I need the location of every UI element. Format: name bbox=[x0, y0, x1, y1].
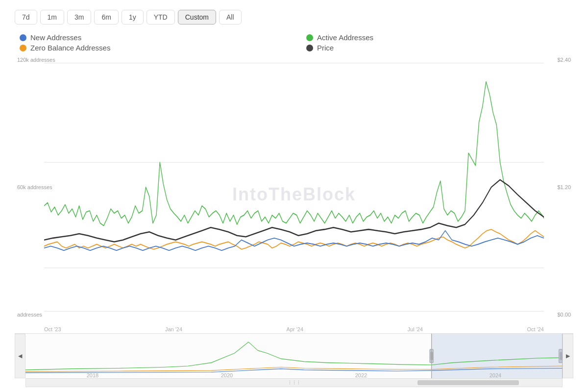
y-axis-right: $2.40$1.20$0.00 bbox=[555, 57, 573, 318]
legend-dot bbox=[20, 45, 26, 51]
time-btn-3m[interactable]: 3m bbox=[67, 10, 91, 24]
main-container: 7d1m3m6m1yYTDCustomAll New AddressesActi… bbox=[0, 0, 588, 392]
x-label: Jan '24 bbox=[165, 326, 182, 332]
mini-x-label: 2022 bbox=[355, 372, 367, 378]
legend-item-zero-balance-addresses: Zero Balance Addresses bbox=[20, 44, 287, 52]
x-label: Apr '24 bbox=[287, 326, 304, 332]
time-btn-ytd[interactable]: YTD bbox=[147, 10, 175, 24]
x-axis: Oct '23Jan '24Apr '24Jul '24Oct '24 bbox=[44, 326, 544, 332]
legend-label: Price bbox=[317, 44, 334, 52]
mini-x-label: 2024 bbox=[490, 372, 501, 378]
legend-item-price: Price bbox=[306, 44, 573, 52]
mini-x-label: 2018 bbox=[87, 372, 98, 378]
time-btn-6m[interactable]: 6m bbox=[94, 10, 118, 24]
main-chart: IntoTheBlock 120k addresses60k addresses… bbox=[15, 57, 573, 332]
legend-label: New Addresses bbox=[30, 33, 81, 42]
time-btn-7d[interactable]: 7d bbox=[15, 10, 37, 24]
legend-dot bbox=[20, 34, 26, 41]
legend-dot bbox=[306, 45, 313, 51]
chart-legend: New AddressesActive AddressesZero Balanc… bbox=[15, 33, 573, 52]
time-range-bar: 7d1m3m6m1yYTDCustomAll bbox=[15, 10, 573, 24]
legend-item-active-addresses: Active Addresses bbox=[306, 33, 573, 42]
time-btn-1m[interactable]: 1m bbox=[40, 10, 64, 24]
x-label: Jul '24 bbox=[408, 326, 423, 332]
mini-scrollbar[interactable]: ⋮⋮⋮ bbox=[25, 378, 563, 387]
legend-item-new-addresses: New Addresses bbox=[20, 33, 287, 42]
y-right-label: $2.40 bbox=[557, 57, 571, 63]
scroll-thumb bbox=[417, 380, 519, 385]
mini-scroll-left[interactable]: ◀ bbox=[15, 334, 25, 378]
y-right-label: $0.00 bbox=[557, 312, 571, 318]
time-btn-custom[interactable]: Custom bbox=[178, 10, 216, 24]
chart-wrapper: IntoTheBlock 120k addresses60k addresses… bbox=[15, 57, 573, 387]
x-label: Oct '24 bbox=[527, 326, 544, 332]
mini-scroll-right[interactable]: ▶ bbox=[563, 334, 573, 378]
mini-chart-container: 2018202020222024 ◀ ▶ ⋮⋮⋮ bbox=[15, 333, 573, 387]
legend-label: Zero Balance Addresses bbox=[30, 44, 110, 52]
svg-rect-10 bbox=[559, 349, 563, 363]
main-chart-svg bbox=[44, 57, 544, 318]
time-btn-all[interactable]: All bbox=[219, 10, 242, 24]
y-right-label: $1.20 bbox=[557, 184, 571, 190]
time-btn-1y[interactable]: 1y bbox=[122, 10, 144, 24]
scroll-drag-icon: ⋮⋮⋮ bbox=[288, 380, 301, 385]
legend-dot bbox=[306, 34, 313, 41]
x-label: Oct '23 bbox=[44, 326, 61, 332]
legend-label: Active Addresses bbox=[317, 33, 373, 42]
mini-x-label: 2020 bbox=[221, 372, 233, 378]
mini-x-axis: 2018202020222024 bbox=[25, 369, 563, 378]
